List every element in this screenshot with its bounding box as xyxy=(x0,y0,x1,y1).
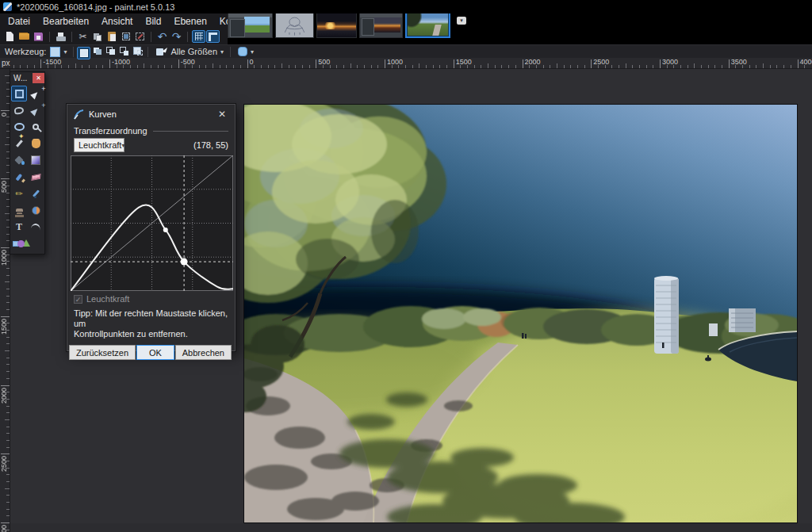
recolor-tool[interactable] xyxy=(28,202,44,218)
lasso-select-tool[interactable] xyxy=(11,102,27,118)
ruler-tick xyxy=(508,65,509,68)
paste-button[interactable] xyxy=(105,30,118,43)
print-button[interactable] xyxy=(54,30,67,43)
tools-window-titlebar[interactable]: W... ✕ xyxy=(10,72,44,84)
cancel-button[interactable]: Abbrechen xyxy=(175,345,232,360)
curves-dialog-titlebar[interactable]: Kurven ✕ xyxy=(67,105,235,124)
crop-to-selection-button[interactable] xyxy=(119,30,132,43)
eraser-tool[interactable] xyxy=(28,169,44,185)
magic-wand-tool[interactable] xyxy=(11,136,27,151)
ruler-tick xyxy=(75,63,76,68)
selection-mode-subtract[interactable] xyxy=(104,44,117,57)
ruler-tick xyxy=(316,59,316,68)
zoom-tool[interactable] xyxy=(28,119,44,135)
ruler-tick xyxy=(240,65,241,68)
header: DateiBearbeitenAnsichtBildEbenenKorrektu… xyxy=(0,13,228,44)
clone-stamp-tool[interactable] xyxy=(11,202,27,218)
ruler-tick xyxy=(377,65,378,68)
move-selection-tool[interactable] xyxy=(28,102,44,118)
line-curve-tool[interactable] xyxy=(28,219,44,235)
ruler-label: -1000 xyxy=(112,58,130,66)
ok-button[interactable]: OK xyxy=(136,345,174,360)
shapes-tool[interactable] xyxy=(11,235,27,251)
save-file-button[interactable] xyxy=(32,30,45,43)
antialias-mode-button[interactable] xyxy=(238,47,247,56)
ruler-tick xyxy=(598,65,599,68)
cut-button[interactable] xyxy=(76,30,90,43)
menu-bar: DateiBearbeitenAnsichtBildEbenenKorrektu… xyxy=(0,13,228,29)
menu-bearbeiten[interactable]: Bearbeiten xyxy=(36,16,95,27)
tip-line-2: Kontrollpunkten zu entfernen. xyxy=(74,329,228,339)
tool-dropdown-caret[interactable]: ▾ xyxy=(63,48,67,55)
tower xyxy=(654,276,679,354)
ruler-tick xyxy=(6,337,10,338)
image-tab-2[interactable] xyxy=(275,12,314,38)
rectangle-select-tool[interactable] xyxy=(11,86,27,101)
move-selected-pixels-tool[interactable] xyxy=(28,86,44,101)
canvas[interactable] xyxy=(244,105,797,522)
menu-datei[interactable]: Datei xyxy=(2,16,36,27)
gradient-tool[interactable] xyxy=(28,152,44,168)
ruler-tick xyxy=(529,65,530,68)
reset-button[interactable]: Zurücksetzen xyxy=(69,345,136,360)
ruler-tick xyxy=(220,65,220,68)
lasso-select-icon xyxy=(13,106,24,115)
separator xyxy=(71,32,72,42)
redo-button[interactable] xyxy=(170,30,183,43)
menu-ebenen[interactable]: Ebenen xyxy=(167,16,213,27)
selection-mode-intersect[interactable] xyxy=(117,44,131,57)
open-file-button[interactable] xyxy=(17,30,31,43)
title-bar: *20200506_160814.jpg - paint.net 5.0.13 xyxy=(0,0,812,13)
new-file-button[interactable] xyxy=(3,30,17,43)
channel-select[interactable]: Leuchtkraft ▾ xyxy=(74,138,124,152)
ruler-tick xyxy=(1,522,10,523)
ruler-tick xyxy=(6,468,10,469)
ruler-tick xyxy=(6,364,10,365)
curves-close-icon[interactable]: ✕ xyxy=(216,109,228,120)
curve-plot[interactable] xyxy=(71,155,233,291)
size-dropdown-caret[interactable]: ▾ xyxy=(220,48,224,55)
image-tab-1[interactable] xyxy=(228,12,273,38)
image-tab-4[interactable] xyxy=(359,12,403,38)
active-control-point[interactable] xyxy=(181,258,188,266)
antialias-dropdown-caret[interactable]: ▾ xyxy=(251,48,254,55)
selection-mode-add[interactable] xyxy=(90,44,104,57)
undo-button[interactable] xyxy=(155,30,169,43)
paintbrush-tool[interactable] xyxy=(11,169,27,185)
selection-mode-invert[interactable] xyxy=(131,44,144,57)
ruler-tick xyxy=(605,65,606,68)
ruler-tick xyxy=(6,515,10,516)
ruler-tick xyxy=(336,65,337,68)
deselect-button[interactable] xyxy=(133,30,147,43)
image-tab-3[interactable] xyxy=(316,12,357,38)
grid-toggle-button[interactable] xyxy=(192,30,205,43)
ruler-tick xyxy=(495,65,496,68)
luminosity-checkbox[interactable]: ✓ xyxy=(74,295,82,304)
paint-bucket-tool[interactable] xyxy=(11,152,27,168)
text-tool[interactable] xyxy=(11,219,27,235)
ruler-tick xyxy=(357,65,358,68)
ruler-tick xyxy=(6,309,10,310)
control-point[interactable] xyxy=(163,228,168,232)
ruler-tick xyxy=(454,59,454,68)
ruler-tick xyxy=(1,385,10,386)
active-tool-button[interactable] xyxy=(50,47,60,57)
image-list-button[interactable]: ▾ xyxy=(457,17,466,25)
pan-tool[interactable] xyxy=(28,136,44,151)
ruler-tick xyxy=(130,65,131,68)
ruler-tick xyxy=(611,65,612,68)
selection-size-mode[interactable]: Alle Größen xyxy=(170,47,217,56)
menu-ansicht[interactable]: Ansicht xyxy=(95,16,139,27)
text-icon xyxy=(16,221,22,233)
pencil-tool[interactable] xyxy=(11,186,27,201)
selection-mode-replace[interactable] xyxy=(77,47,90,59)
color-picker-tool[interactable] xyxy=(28,186,44,201)
copy-button[interactable] xyxy=(90,30,104,43)
ruler-tick xyxy=(1,247,10,248)
ruler-tick xyxy=(6,440,10,441)
tools-window-close-button[interactable]: ✕ xyxy=(33,73,44,83)
rulers-toggle-button[interactable] xyxy=(206,30,220,43)
menu-bild[interactable]: Bild xyxy=(139,16,167,27)
ruler-tick xyxy=(48,65,48,68)
tools-window: W... ✕ xyxy=(10,71,45,255)
